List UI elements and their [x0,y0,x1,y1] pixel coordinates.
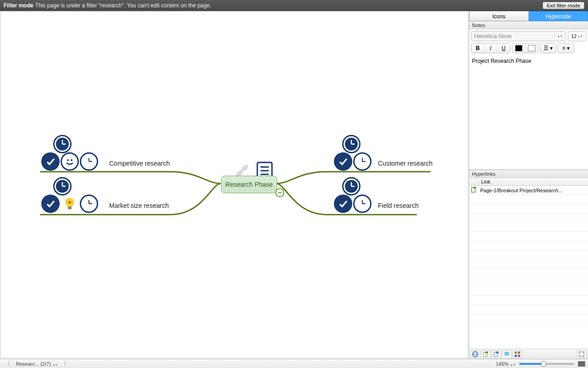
mindmap-canvas[interactable]: Research Phase Competitive research [0,11,468,358]
filter-mode-message: Filter modeThis page is under a filter "… [4,2,211,9]
hyperlinks-table: Link Page-1/Breakout Project/Research... [469,178,588,349]
check-icon [334,195,352,213]
svg-rect-44 [515,351,517,354]
stepper-icon: ▲▼ [557,35,563,38]
main-area: Research Phase Competitive research [0,11,588,359]
clock-outline-icon [353,195,372,213]
page-link-icon [469,187,478,194]
branch-icons-market [41,177,98,213]
prev-page-button[interactable]: 〈 [3,360,12,368]
svg-point-12 [71,159,72,161]
statusbar: 〈 Researc... (2/7) ▲▼ 〉 145% ▲▼ [0,359,588,368]
hyperlink-row[interactable] [469,305,588,314]
page-link-blue-tool-button[interactable] [491,350,501,358]
hyperlink-row[interactable] [469,250,588,259]
bookmark-tool-button[interactable] [502,350,512,358]
font-size-select[interactable]: 12 ▲▼ [568,31,586,41]
clock-filled-icon [342,177,361,195]
zoom-value[interactable]: 145% ▲▼ [496,361,516,367]
branch-label-customer[interactable]: Customer research [378,160,433,167]
globe-tool-button[interactable] [470,350,480,358]
svg-rect-46 [515,355,517,357]
svg-rect-43 [505,352,509,356]
zoom-slider[interactable] [519,363,574,365]
hyperlink-row[interactable] [469,241,588,250]
notes-textarea[interactable]: Project Research Phase [469,55,588,170]
clock-outline-icon [80,152,98,171]
bold-button[interactable]: B [472,44,484,53]
branch-icons-field [334,177,372,213]
central-node-label: Research Phase [225,181,273,188]
tab-hypernote[interactable]: Hypernote [529,11,588,21]
collapse-toggle[interactable] [275,188,284,197]
bulb-icon [61,195,79,213]
hyperlink-row[interactable] [469,204,588,213]
exit-filter-button[interactable]: Exit filter mode [543,2,584,9]
svg-point-11 [67,159,69,161]
page-link-tool-button[interactable] [481,350,491,358]
central-node[interactable]: Research Phase [221,176,277,193]
list-style-button[interactable]: ☰ ▾ [540,44,556,53]
next-page-button[interactable]: 〉 [61,360,71,368]
svg-rect-45 [518,351,520,354]
clock-filled-icon [53,177,72,195]
clock-filled-icon [342,135,361,153]
smile-icon [61,152,79,171]
stepper-icon: ▲▼ [52,364,58,366]
hyperlink-row[interactable] [469,213,588,223]
clock-outline-icon [353,152,372,171]
svg-rect-47 [518,355,520,357]
hyperlink-row[interactable] [469,268,588,278]
svg-rect-40 [485,351,488,353]
fit-view-button[interactable] [578,361,585,367]
branch-label-competitive[interactable]: Competitive research [109,160,170,167]
hyperlink-row[interactable]: Page-1/Breakout Project/Research... [469,186,588,195]
notes-section-header: Notes [469,21,588,29]
hyperlink-row[interactable] [469,223,588,232]
hyperlink-row[interactable] [469,259,588,268]
hyperlink-row[interactable] [469,314,588,323]
hyperlink-row[interactable] [469,287,588,296]
svg-rect-42 [496,351,499,353]
hyperlink-row[interactable] [469,278,588,287]
stepper-icon: ▲▼ [510,364,516,366]
text-color-button[interactable] [512,44,525,53]
clock-outline-icon [80,195,98,213]
clock-filled-icon [53,135,72,153]
hyperlink-row[interactable] [469,195,588,204]
fill-color-button[interactable] [525,44,538,53]
stepper-icon: ▲▼ [577,35,583,38]
svg-rect-35 [473,187,476,189]
branch-label-field[interactable]: Field research [378,202,419,209]
branch-label-market[interactable]: Market size research [109,202,169,209]
sidebar: Icons Hypernote Notes Helvetica Neue ▲▼ … [469,11,588,359]
sidebar-footer-tools [469,349,588,359]
font-family-select[interactable]: Helvetica Neue ▲▼ [471,31,566,41]
hyperlink-row[interactable] [469,232,588,241]
app-link-tool-button[interactable] [512,350,522,358]
check-icon [41,195,60,213]
check-icon [334,152,352,171]
hyperlink-row[interactable] [469,296,588,305]
check-icon [41,152,60,171]
sidebar-tabs: Icons Hypernote [469,11,588,21]
expand-tool-button[interactable] [577,350,587,358]
hyperlinks-section-header: Hyperlinks [469,170,588,178]
page-name-label[interactable]: Researc... (2/7) ▲▼ [16,361,58,367]
italic-button[interactable]: I [484,44,497,53]
underline-button[interactable]: U [497,44,510,53]
svg-rect-19 [68,206,72,209]
branch-icons-customer [334,135,372,171]
branch-icons-competitive [41,135,98,171]
tab-icons[interactable]: Icons [469,11,529,21]
filter-mode-bar: Filter modeThis page is under a filter "… [0,0,588,11]
align-button[interactable]: ≡ ▾ [558,44,574,53]
hyperlinks-header-row: Link [469,178,588,186]
